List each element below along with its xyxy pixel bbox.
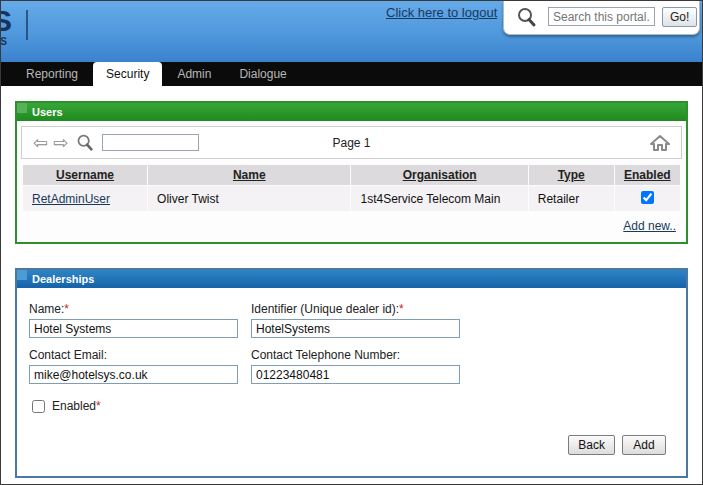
users-toolbar: ⇦ ⇨ Page 1: [21, 126, 682, 159]
user-name-cell: Oliver Twist: [148, 186, 350, 211]
dealership-form: Name:* Identifier (Unique dealer id):* C…: [17, 288, 686, 476]
search-input[interactable]: [548, 7, 655, 26]
col-header-organisation[interactable]: Organisation: [351, 165, 527, 185]
home-icon[interactable]: [650, 134, 670, 152]
user-link[interactable]: RetAdminUser: [32, 192, 110, 206]
name-label: Name:*: [29, 302, 251, 316]
back-button[interactable]: Back: [568, 435, 615, 455]
enabled-checkbox[interactable]: [32, 400, 45, 413]
col-header-enabled[interactable]: Enabled: [615, 165, 680, 185]
identifier-field[interactable]: [251, 319, 460, 338]
email-label: Contact Email:: [29, 348, 251, 362]
users-table-header-row: Username Name Organisation Type Enabled: [23, 165, 680, 185]
required-asterisk: *: [96, 399, 101, 413]
users-panel: Users ⇦ ⇨ Page 1 Username Name Organisat…: [15, 101, 688, 244]
name-field[interactable]: [29, 319, 238, 338]
tab-security[interactable]: Security: [93, 62, 162, 86]
page-indicator: Page 1: [22, 136, 681, 150]
user-organisation-cell: 1st4Service Telecom Main: [351, 186, 527, 211]
users-panel-title: Users: [17, 103, 686, 121]
identifier-label: Identifier (Unique dealer id):*: [251, 302, 674, 316]
form-buttons: Back Add: [29, 413, 674, 466]
enabled-field-group: Enabled*: [32, 399, 674, 413]
users-table: Username Name Organisation Type Enabled …: [22, 164, 681, 212]
search-icon: [515, 6, 537, 28]
go-button[interactable]: Go!: [662, 7, 697, 27]
email-field-group: Contact Email:: [29, 346, 251, 384]
enabled-label: Enabled*: [52, 399, 101, 413]
add-new-link[interactable]: Add new..: [623, 219, 676, 233]
brand-logo: S NS: [0, 6, 12, 47]
col-header-type[interactable]: Type: [529, 165, 614, 185]
required-asterisk: *: [399, 302, 404, 316]
content-area: Users ⇦ ⇨ Page 1 Username Name Organisat…: [1, 86, 702, 478]
phone-label: Contact Telephone Number:: [251, 348, 674, 362]
logout-link[interactable]: Click here to logout: [386, 5, 497, 20]
col-header-name[interactable]: Name: [148, 165, 350, 185]
tab-dialogue[interactable]: Dialogue: [226, 62, 299, 86]
name-field-group: Name:*: [29, 300, 251, 338]
table-row: RetAdminUser Oliver Twist 1st4Service Te…: [23, 186, 680, 211]
phone-field[interactable]: [251, 365, 460, 384]
email-field[interactable]: [29, 365, 238, 384]
identifier-field-group: Identifier (Unique dealer id):*: [251, 300, 674, 338]
phone-field-group: Contact Telephone Number:: [251, 346, 674, 384]
user-type-cell: Retailer: [529, 186, 614, 211]
tab-admin[interactable]: Admin: [164, 62, 224, 86]
brand-logo-subtext: NS: [0, 37, 12, 47]
dealerships-panel: Dealerships Name:* Identifier (Unique de…: [15, 268, 688, 478]
user-enabled-checkbox[interactable]: [641, 191, 654, 204]
logo-divider: [26, 10, 28, 40]
tab-reporting[interactable]: Reporting: [13, 62, 91, 86]
main-nav: Reporting Security Admin Dialogue: [1, 62, 702, 86]
add-button[interactable]: Add: [622, 435, 666, 455]
portal-search-panel: Go!: [503, 1, 700, 35]
brand-logo-text: S: [0, 6, 12, 36]
col-header-username[interactable]: Username: [23, 165, 147, 185]
dealerships-panel-title: Dealerships: [17, 270, 686, 288]
required-asterisk: *: [64, 302, 69, 316]
page-header: S NS Click here to logout Go!: [1, 1, 702, 62]
